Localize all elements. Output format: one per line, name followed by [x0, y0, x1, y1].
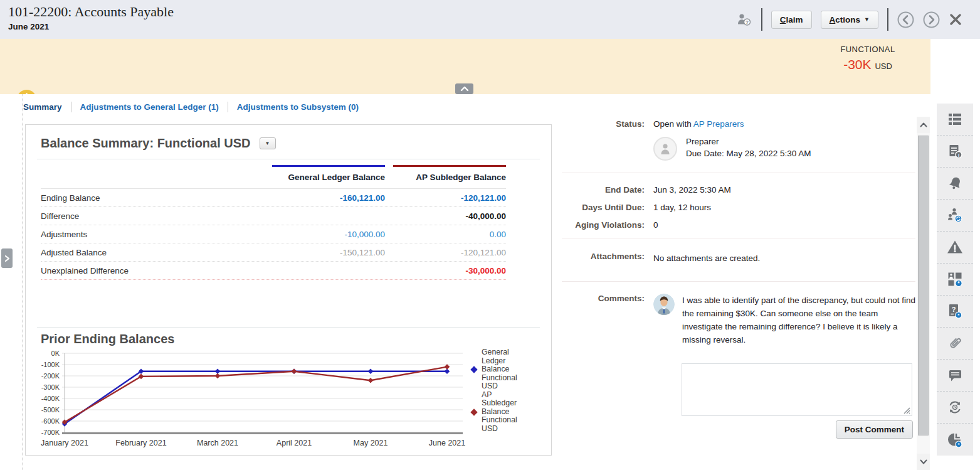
tab-adjustments-subsystem[interactable]: Adjustments to Subsystem (0)	[228, 101, 367, 113]
chevron-right-icon	[4, 255, 10, 262]
panel-tab-instructions[interactable]: i	[937, 136, 973, 168]
divider	[37, 159, 540, 159]
comment-input[interactable]	[682, 363, 912, 416]
legend-item-ap-subledger: AP Subledger Balance Functional USD	[471, 391, 550, 434]
tab-adjustments-general-ledger[interactable]: Adjustments to General Ledger (1)	[71, 101, 228, 113]
status-label: Status:	[562, 119, 645, 129]
svg-text:June 2021: June 2021	[429, 439, 465, 447]
panel-tab-warnings[interactable]	[937, 232, 973, 264]
svg-text:March 2021: March 2021	[197, 439, 238, 447]
attachments-icon	[946, 334, 964, 352]
previous-button[interactable]	[897, 11, 914, 28]
chevron-up-icon	[460, 86, 469, 92]
svg-text:-300K: -300K	[41, 383, 60, 391]
panel-tab-history[interactable]: *	[937, 424, 973, 456]
table-row: Unexplained Difference -30,000.00	[41, 262, 506, 280]
comment-text: I was able to identify part of the discr…	[682, 294, 915, 346]
svg-text:i: i	[958, 152, 959, 158]
chevron-up-icon	[920, 122, 927, 127]
tab-bar: Summary Adjustments to General Ledger (1…	[23, 101, 367, 113]
preparer-block: Preparer Due Date: May 28, 2022 5:30 AM	[653, 137, 915, 161]
legend-marker-icon	[470, 366, 477, 373]
days-until-due-value: 1 day, 12 hours	[653, 203, 711, 212]
new-comment-box	[682, 363, 912, 416]
alerts-icon	[947, 175, 964, 192]
claim-button[interactable]: Claim	[771, 11, 812, 29]
reconciliation-detail-panel: Status: Open with AP Preparers Preparer …	[562, 119, 915, 439]
svg-text:-100K: -100K	[41, 361, 60, 368]
currency-label: USD	[875, 61, 892, 71]
legend-item-general-ledger: General Ledger Balance Functional USD	[471, 348, 550, 391]
close-icon	[949, 13, 962, 26]
commenter-avatar	[653, 294, 675, 315]
panel-tab-attributes[interactable]: *	[937, 264, 973, 296]
functional-balance-summary: FUNCTIONAL -30K USD	[819, 45, 917, 72]
panel-tab-alerts[interactable]	[937, 168, 973, 200]
preparer-avatar	[653, 137, 677, 161]
warning-banner: Unexplained differences: 1 FUNCTIONAL -3…	[0, 39, 930, 94]
section-divider	[562, 173, 915, 173]
warning-triangle-icon	[946, 238, 964, 256]
svg-text:-200K: -200K	[41, 372, 60, 380]
header-divider	[887, 8, 888, 31]
table-row: Difference -40,000.00	[41, 207, 506, 225]
panel-tab-prior-reconciliations[interactable]	[937, 392, 973, 424]
instructions-icon: i	[947, 143, 963, 159]
table-header-row: General Ledger Balance AP Subledger Bala…	[41, 165, 506, 188]
line-chart: 0K-100K-200K-300K-400K-500K-600K-700KJan…	[33, 350, 472, 455]
balance-summary-card: Balance Summary: Functional USD ▼ Genera…	[25, 124, 552, 456]
chart-title: Prior Ending Balances	[41, 332, 174, 346]
panel-tab-properties[interactable]	[937, 104, 973, 136]
column-header-general-ledger: General Ledger Balance	[272, 165, 385, 188]
attachments-value: No attachments are created.	[653, 252, 760, 263]
attributes-icon: *	[946, 270, 964, 288]
table-row: Adjustments -10,000.00 0.00	[41, 225, 506, 243]
header-divider	[761, 8, 762, 31]
svg-text:January 2021: January 2021	[41, 439, 88, 447]
scroll-up-button[interactable]	[917, 117, 930, 133]
chart-legend: General Ledger Balance Functional USD AP…	[471, 348, 550, 433]
svg-text:April 2021: April 2021	[277, 439, 312, 447]
prior-reconciliations-icon	[946, 398, 964, 416]
actions-button[interactable]: Actions ▼	[821, 11, 878, 29]
tab-summary[interactable]: Summary	[23, 101, 71, 113]
balance-summary-title: Balance Summary: Functional USD	[41, 136, 251, 151]
post-comment-button[interactable]: Post Comment	[836, 420, 913, 439]
svg-text:February 2021: February 2021	[115, 439, 166, 447]
panel-tab-workflow[interactable]	[937, 200, 973, 232]
divider	[37, 327, 540, 328]
svg-text:?: ?	[952, 306, 956, 313]
scroll-down-button[interactable]	[917, 454, 930, 470]
svg-text:May 2021: May 2021	[354, 439, 388, 447]
workflow-icon	[946, 206, 964, 224]
panel-tab-comments[interactable]	[937, 360, 973, 392]
vertical-scrollbar	[917, 117, 930, 470]
next-button[interactable]	[923, 11, 940, 28]
end-date-label: End Date:	[562, 185, 645, 195]
aging-violations-value: 0	[653, 220, 658, 230]
comments-icon	[947, 367, 964, 384]
assignee-help-icon[interactable]: ?	[735, 11, 752, 28]
close-button[interactable]	[949, 13, 962, 26]
svg-text:-400K: -400K	[41, 395, 60, 402]
panel-tab-questions[interactable]: ? *	[937, 296, 973, 328]
svg-text:0K: 0K	[51, 350, 60, 357]
chevron-right-circle-icon	[923, 11, 940, 28]
balance-view-dropdown[interactable]: ▼	[260, 137, 276, 149]
properties-icon	[947, 111, 963, 127]
svg-text:-700K: -700K	[41, 429, 60, 436]
person-icon	[658, 141, 673, 156]
page-title: 101-22200: Accounts Payable	[8, 4, 174, 20]
collapse-banner-button[interactable]	[455, 83, 473, 94]
ap-preparers-link[interactable]: AP Preparers	[693, 119, 744, 129]
panel-tab-attachments[interactable]	[937, 328, 973, 360]
questions-icon: ? *	[946, 302, 964, 320]
preparer-role: Preparer	[686, 137, 811, 146]
expand-panel-button[interactable]	[1, 248, 13, 268]
table-row: Ending Balance -160,121.00 -120,121.00	[41, 189, 506, 207]
balance-type-label: FUNCTIONAL	[819, 45, 917, 54]
preparer-due-date: Due Date: May 28, 2022 5:30 AM	[686, 149, 811, 158]
table-row: Adjusted Balance -150,121.00 -120,121.00	[41, 243, 506, 262]
scrollbar-thumb[interactable]	[918, 136, 929, 435]
balance-summary-table: General Ledger Balance AP Subledger Bala…	[41, 165, 506, 280]
